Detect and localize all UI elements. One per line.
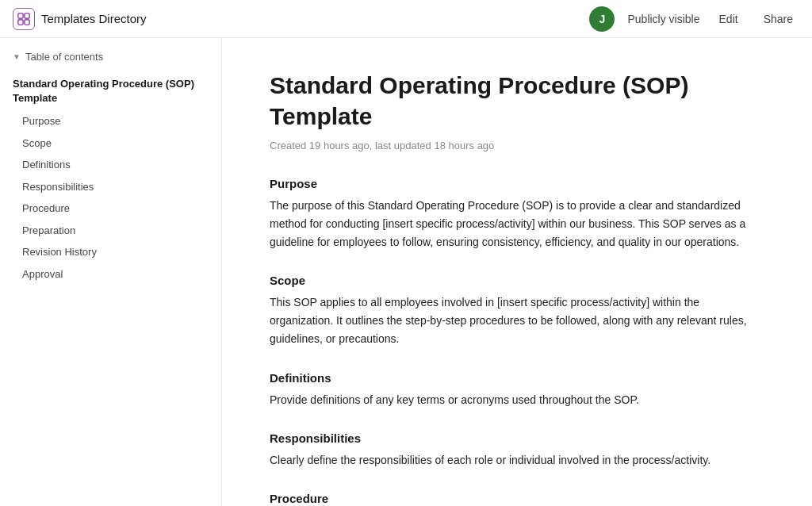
avatar: J	[589, 6, 615, 32]
sidebar-main-item[interactable]: Standard Operating Procedure (SOP) Templ…	[0, 72, 221, 110]
sidebar-sub-items: Purpose Scope Definitions Responsibiliti…	[0, 110, 221, 285]
section-body-purpose: The purpose of this Standard Operating P…	[270, 197, 749, 251]
section-heading-purpose: Purpose	[270, 177, 749, 190]
svg-rect-2	[18, 19, 23, 24]
section-heading-responsibilities: Responsibilities	[270, 431, 749, 445]
toc-label: Table of contents	[25, 51, 103, 63]
svg-rect-0	[18, 13, 23, 17]
section-heading-scope: Scope	[270, 274, 749, 287]
toc-chevron-icon: ▼	[13, 52, 21, 61]
navbar: Templates Directory J Publicly visible E…	[0, 0, 812, 38]
sidebar-item-preparation[interactable]: Preparation	[22, 220, 221, 242]
sidebar: ▼ Table of contents Standard Operating P…	[0, 38, 222, 506]
section-scope: Scope This SOP applies to all employees …	[270, 274, 749, 348]
brand-name: Templates Directory	[41, 12, 147, 25]
section-heading-procedure: Procedure	[270, 492, 749, 505]
section-heading-definitions: Definitions	[270, 371, 749, 385]
section-body-responsibilities: Clearly define the responsibilities of e…	[270, 451, 749, 470]
section-definitions: Definitions Provide definitions of any k…	[270, 371, 749, 409]
sidebar-item-responsibilities[interactable]: Responsibilities	[22, 176, 221, 198]
brand-icon	[13, 8, 35, 30]
doc-title: Standard Operating Procedure (SOP) Templ…	[270, 70, 749, 132]
svg-rect-3	[25, 19, 29, 24]
navbar-right: J Publicly visible Edit Share	[589, 6, 799, 32]
main-layout: ▼ Table of contents Standard Operating P…	[0, 38, 812, 506]
sidebar-item-purpose[interactable]: Purpose	[22, 110, 221, 132]
content-area: Standard Operating Procedure (SOP) Templ…	[222, 38, 812, 506]
sidebar-item-revision-history[interactable]: Revision History	[22, 241, 221, 263]
sidebar-item-approval[interactable]: Approval	[22, 263, 221, 286]
section-purpose: Purpose The purpose of this Standard Ope…	[270, 177, 749, 251]
section-body-definitions: Provide definitions of any key terms or …	[270, 391, 749, 409]
sidebar-item-scope[interactable]: Scope	[22, 132, 221, 155]
navbar-left: Templates Directory	[13, 8, 147, 30]
section-procedure: Procedure Outline the step-by-step proce…	[270, 492, 749, 506]
svg-rect-1	[25, 13, 29, 17]
edit-button[interactable]: Edit	[713, 10, 745, 29]
share-button[interactable]: Share	[757, 10, 799, 29]
section-responsibilities: Responsibilities Clearly define the resp…	[270, 431, 749, 470]
sidebar-item-definitions[interactable]: Definitions	[22, 154, 221, 176]
doc-meta: Created 19 hours ago, last updated 18 ho…	[270, 140, 749, 151]
publicly-visible-label: Publicly visible	[627, 13, 699, 25]
sidebar-item-procedure[interactable]: Procedure	[22, 197, 221, 220]
toc-header[interactable]: ▼ Table of contents	[0, 51, 221, 72]
section-body-scope: This SOP applies to all employees involv…	[270, 293, 749, 348]
